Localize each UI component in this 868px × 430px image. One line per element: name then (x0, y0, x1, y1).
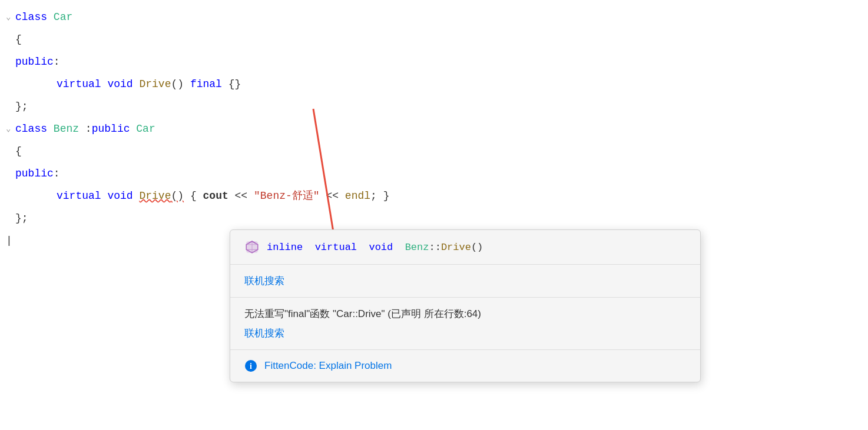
error-message: 无法重写"final"函数 "Car::Drive" (已声明 所在行数:64) (244, 307, 686, 321)
keyword-endl: endl (345, 188, 370, 205)
code-editor: ⌄ class Car { public: virtual void Drive… (0, 0, 868, 430)
func-drive-2: Drive (139, 188, 171, 205)
fold-arrow-1[interactable]: ⌄ (6, 11, 15, 24)
fittencode-link[interactable]: FittenCode: Explain Problem (264, 360, 392, 372)
code-line-2: { (0, 28, 868, 51)
code-line-7: { (0, 140, 868, 162)
code-line-10: }; (0, 207, 868, 229)
keyword-void-1: void (107, 76, 132, 93)
popup-section-link1[interactable]: 联机搜索 (230, 265, 700, 298)
keyword-class-1: class (15, 9, 47, 26)
popup-func-text: inline virtual void Benz::Drive() (267, 242, 483, 253)
popup-section-func: inline virtual void Benz::Drive() (230, 230, 700, 265)
class-name-benz: Benz (54, 121, 79, 138)
keyword-virtual-1: virtual (57, 76, 101, 93)
popup-func-row: inline virtual void Benz::Drive() (244, 239, 686, 255)
func-drive-1: Drive (139, 76, 171, 93)
error-popup: inline virtual void Benz::Drive() 联机搜索 无… (230, 229, 701, 382)
keyword-class-2: class (15, 121, 47, 138)
keyword-void-2: void (107, 188, 132, 205)
info-icon: i (244, 359, 257, 372)
online-search-link-1[interactable]: 联机搜索 (244, 275, 284, 286)
fittencode-row: i FittenCode: Explain Problem (244, 359, 686, 372)
open-brace-1: { (15, 31, 22, 48)
keyword-final: final (190, 76, 222, 93)
cube-icon (244, 239, 260, 255)
popup-section-fittencode[interactable]: i FittenCode: Explain Problem (230, 350, 700, 382)
code-line-8: public: (0, 162, 868, 185)
keyword-public-2: public (92, 121, 130, 138)
keyword-virtual-2: virtual (57, 188, 101, 205)
online-search-link-2[interactable]: 联机搜索 (244, 328, 284, 339)
keyword-public-3: public (15, 165, 54, 182)
code-line-6: ⌄ class Benz :public Car (0, 118, 868, 140)
fold-arrow-2[interactable]: ⌄ (6, 122, 15, 135)
string-benz: "Benz-舒适" (254, 188, 320, 205)
popup-section-error: 无法重写"final"函数 "Car::Drive" (已声明 所在行数:64)… (230, 298, 700, 350)
code-line-9: virtual void Drive() { cout << "Benz-舒适"… (0, 185, 868, 207)
keyword-cout: cout (203, 188, 228, 205)
code-line-5: }; (0, 95, 868, 118)
keyword-public-1: public (15, 54, 54, 71)
code-line-1: ⌄ class Car (0, 6, 868, 28)
svg-text:i: i (250, 362, 252, 371)
code-line-3: public: (0, 51, 868, 73)
class-ref-car: Car (136, 121, 155, 138)
class-name-car: Car (54, 9, 72, 26)
code-line-4: virtual void Drive() final {} (0, 73, 868, 95)
